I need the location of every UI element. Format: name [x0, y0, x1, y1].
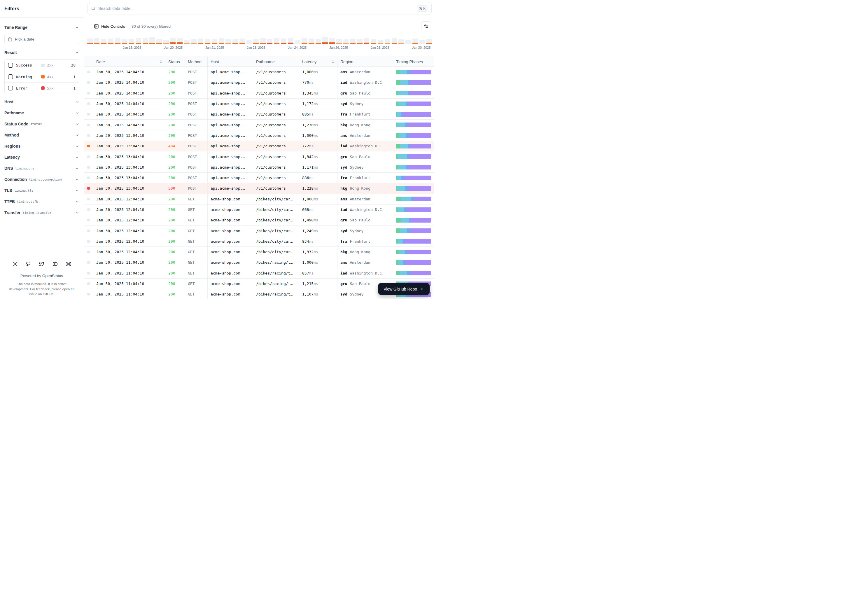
histogram-bar[interactable]: [239, 39, 245, 44]
table-row[interactable]: Jan 30, 2025 14:04:10200POSTapi.acme-sho…: [84, 120, 434, 130]
checkbox[interactable]: [8, 75, 13, 79]
histogram-bar[interactable]: [336, 39, 342, 44]
section-result[interactable]: Result: [4, 49, 79, 56]
twitter-link-button[interactable]: [39, 262, 45, 267]
table-row[interactable]: Jan 30, 2025 12:04:10200GETacme-shop.com…: [84, 205, 434, 215]
histogram-bar[interactable]: [219, 38, 224, 44]
sidebar-section-dns[interactable]: DNStiming.dns: [4, 163, 79, 174]
view-github-repo-button[interactable]: View GitHub Repo: [378, 283, 430, 295]
histogram-bar[interactable]: [205, 39, 210, 44]
sidebar-section-pathname[interactable]: Pathname: [4, 108, 79, 118]
histogram-bar[interactable]: [302, 38, 307, 44]
table-row[interactable]: Jan 30, 2025 12:04:10200GETacme-shop.com…: [84, 194, 434, 205]
sidebar-section-regions[interactable]: Regions: [4, 141, 79, 152]
histogram-bar[interactable]: [247, 40, 252, 44]
histogram-bar[interactable]: [260, 38, 266, 44]
date-picker-button[interactable]: Pick a date: [4, 34, 79, 44]
histogram-bar[interactable]: [212, 39, 217, 44]
histogram-bar[interactable]: [156, 39, 162, 44]
table-row[interactable]: Jan 30, 2025 13:04:10200POSTapi.acme-sho…: [84, 173, 434, 183]
histogram-bar[interactable]: [385, 39, 390, 44]
histogram-bar[interactable]: [267, 39, 273, 44]
command-menu-button[interactable]: [66, 262, 72, 267]
histogram-bar[interactable]: [295, 40, 300, 44]
histogram-bar[interactable]: [253, 39, 259, 44]
histogram-bar[interactable]: [426, 39, 432, 44]
histogram-bar[interactable]: [371, 39, 376, 44]
histogram-bar[interactable]: [143, 38, 148, 44]
view-options-button[interactable]: [421, 21, 431, 31]
histogram-bar[interactable]: [163, 40, 169, 44]
sidebar-section-status-code[interactable]: Status Codestatus: [4, 118, 79, 130]
website-link-button[interactable]: [52, 262, 58, 267]
checkbox[interactable]: [8, 86, 13, 90]
table-row[interactable]: Jan 30, 2025 12:04:10200GETacme-shop.com…: [84, 236, 434, 247]
histogram-bar[interactable]: [378, 40, 383, 44]
histogram-bar[interactable]: [350, 39, 356, 44]
histogram-bar[interactable]: [87, 39, 93, 44]
table-row[interactable]: Jan 30, 2025 14:04:10200POSTapi.acme-sho…: [84, 67, 434, 77]
result-filter-item-success[interactable]: Success2xx28: [4, 60, 79, 71]
table-row[interactable]: Jan 30, 2025 11:04:10200GETacme-shop.com…: [84, 257, 434, 268]
histogram-bar[interactable]: [288, 37, 293, 44]
sidebar-section-transfer[interactable]: Transfertiming.transfer: [4, 207, 79, 218]
github-link-button[interactable]: [25, 262, 31, 267]
search-input[interactable]: [98, 6, 414, 11]
histogram-bar[interactable]: [94, 38, 100, 44]
histogram-bar[interactable]: [357, 39, 363, 44]
histogram-bar[interactable]: [420, 40, 425, 44]
histogram-bar[interactable]: [274, 38, 279, 44]
sidebar-section-host[interactable]: Host: [4, 96, 79, 108]
histogram-bar[interactable]: [392, 38, 397, 44]
histogram-bar[interactable]: [315, 39, 321, 44]
table-row[interactable]: Jan 30, 2025 13:04:10500POSTapi.acme-sho…: [84, 183, 434, 194]
histogram-bar[interactable]: [233, 39, 238, 44]
table-row[interactable]: Jan 30, 2025 13:04:10200POSTapi.acme-sho…: [84, 151, 434, 162]
table-row[interactable]: Jan 30, 2025 14:04:10200POSTapi.acme-sho…: [84, 99, 434, 109]
table-row[interactable]: Jan 30, 2025 14:04:10200POSTapi.acme-sho…: [84, 77, 434, 88]
histogram-bar[interactable]: [184, 40, 190, 44]
histogram-bar[interactable]: [115, 37, 121, 44]
histogram-bar[interactable]: [136, 38, 141, 44]
column-header-latency[interactable]: Latency: [299, 57, 338, 67]
histogram-bar[interactable]: [149, 37, 155, 44]
sidebar-section-latency[interactable]: Latency: [4, 152, 79, 163]
sidebar-section-connection[interactable]: Connectiontiming.connection: [4, 174, 79, 185]
result-filter-item-error[interactable]: Error5xx1: [4, 82, 79, 94]
openstatus-link[interactable]: OpenStatus: [42, 274, 63, 278]
histogram-bar[interactable]: [322, 37, 328, 44]
table-row[interactable]: Jan 30, 2025 14:04:10200POSTapi.acme-sho…: [84, 88, 434, 99]
result-filter-item-warning[interactable]: Warning4xx1: [4, 71, 79, 82]
histogram-bar[interactable]: [108, 39, 114, 44]
histogram-bar[interactable]: [226, 39, 231, 44]
table-row[interactable]: Jan 30, 2025 14:04:10200POSTapi.acme-sho…: [84, 109, 434, 120]
table-row[interactable]: Jan 30, 2025 12:04:10200GETacme-shop.com…: [84, 247, 434, 257]
histogram-bar[interactable]: [101, 39, 106, 44]
histogram-bar[interactable]: [177, 38, 182, 44]
histogram-bar[interactable]: [405, 40, 411, 44]
histogram-bar[interactable]: [128, 39, 134, 44]
theme-toggle-button[interactable]: [12, 262, 18, 267]
hide-controls-button[interactable]: Hide Controls: [94, 24, 125, 29]
table-row[interactable]: Jan 30, 2025 13:04:10200POSTapi.acme-sho…: [84, 162, 434, 173]
histogram-bar[interactable]: [412, 39, 418, 44]
table-row[interactable]: Jan 30, 2025 12:04:10200GETacme-shop.com…: [84, 215, 434, 226]
histogram-bar[interactable]: [122, 39, 127, 44]
histogram-bar[interactable]: [198, 39, 203, 44]
histogram-bar[interactable]: [309, 39, 314, 44]
histogram-bar[interactable]: [343, 39, 349, 44]
table-row[interactable]: Jan 30, 2025 12:04:10200GETacme-shop.com…: [84, 226, 434, 236]
checkbox[interactable]: [8, 63, 13, 68]
histogram-bar[interactable]: [191, 39, 197, 44]
table-row[interactable]: Jan 30, 2025 11:04:10200GETacme-shop.com…: [84, 268, 434, 279]
sidebar-section-tls[interactable]: TLStiming.tls: [4, 185, 79, 196]
sidebar-section-method[interactable]: Method: [4, 130, 79, 141]
section-time-range[interactable]: Time Range: [4, 24, 79, 31]
column-header-date[interactable]: Date: [93, 57, 165, 67]
table-row[interactable]: Jan 30, 2025 13:04:10404POSTapi.acme-sho…: [84, 141, 434, 151]
histogram-bar[interactable]: [364, 37, 369, 44]
histogram-bar[interactable]: [399, 39, 404, 44]
table-row[interactable]: Jan 30, 2025 13:04:10200POSTapi.acme-sho…: [84, 130, 434, 141]
histogram-bar[interactable]: [329, 37, 335, 44]
histogram-bar[interactable]: [281, 39, 287, 44]
